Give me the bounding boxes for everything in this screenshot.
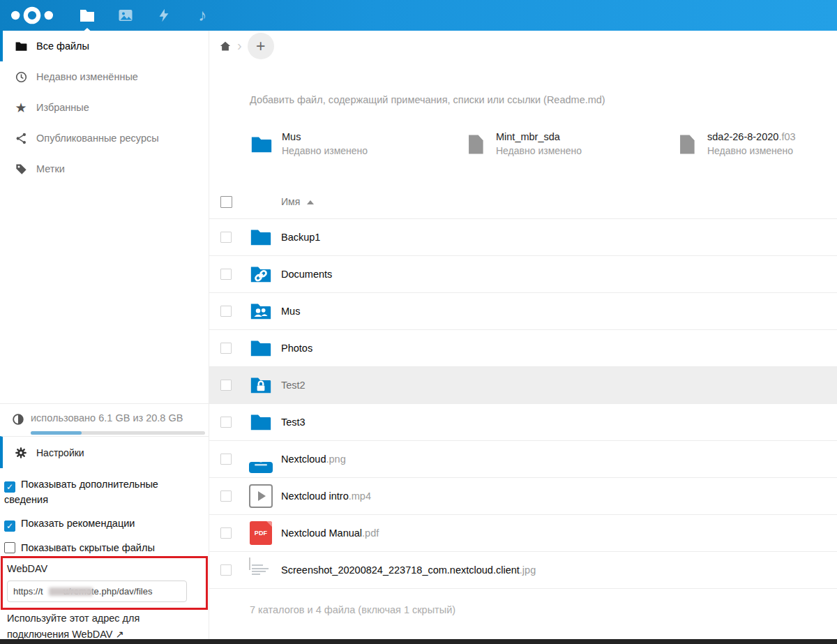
add-new-button[interactable]: + [248,33,274,59]
sidebar-item-folder[interactable]: Все файлы [0,31,209,61]
star-icon: ★ [14,100,28,114]
checkbox[interactable]: ✓ [4,521,15,532]
file-rows: Backup1 Documents Mus Photos Test2 Test3… [209,219,837,589]
sidebar-item-tag[interactable]: Метки [0,153,209,184]
row-checkbox[interactable] [220,306,232,317]
file-icon[interactable] [464,133,488,157]
share-icon [14,131,28,145]
app-music-button[interactable]: ♪ [193,6,211,24]
photos-icon [117,7,134,24]
recommendations: Mus Недавно изменено Mint_mbr_sda Недавн… [209,130,837,166]
row-checkbox[interactable] [220,232,232,243]
folder-icon[interactable] [249,410,273,434]
webdav-section: WebDAV Используйте этот адрес для подклю… [0,557,204,643]
file-icon[interactable] [675,133,700,157]
screenshot-icon[interactable] [249,558,273,582]
table-row[interactable]: Screenshot_20200824_223718_com.nextcloud… [209,552,837,589]
row-checkbox[interactable] [220,417,232,428]
sort-by-name[interactable]: Имя [281,196,314,207]
row-checkbox[interactable] [220,527,232,539]
table-row[interactable]: Nextcloud intro.mp4 [209,478,837,515]
app-files-button[interactable] [78,6,96,24]
file-count-summary: 7 каталогов и 4 файла (включая 1 скрытый… [209,589,837,615]
sidebar-item-clock[interactable]: Недавно изменённые [0,61,209,92]
checkbox[interactable] [4,542,15,553]
row-checkbox[interactable] [220,564,232,576]
card-status: Недавно изменено [707,144,796,158]
storage-usage-label: использовано 6.1 GB из 20.8 GB [31,412,183,424]
card-status: Недавно изменено [496,144,582,158]
sidebar-item-star[interactable]: ★ Избранные [0,92,209,123]
storage-progressbar [31,431,205,435]
table-row[interactable]: Nextcloud.png [209,441,837,478]
activity-icon [156,8,172,23]
app-photos-button[interactable] [116,6,135,24]
image-nextcloud-icon[interactable] [249,447,273,471]
folder-shared-icon[interactable] [249,299,273,323]
settings-checkbox-option[interactable]: ✓Показывать дополнительные сведения [4,477,198,507]
nextcloud-logo-icon[interactable] [9,5,55,26]
row-checkbox[interactable] [220,380,232,391]
sidebar: Все файлы Недавно изменённые ★ Избранные… [0,31,209,639]
card-status: Недавно изменено [282,144,368,158]
settings-toggle[interactable]: Настройки [0,436,209,468]
table-header: Имя [209,185,837,219]
checkbox[interactable]: ✓ [4,481,15,493]
recommendation-card[interactable]: sda2-26-8-2020.f03 Недавно изменено [675,130,796,158]
webdav-hint-link[interactable]: Используйте этот адрес для подключения W… [7,611,167,643]
row-checkbox[interactable] [220,491,232,502]
chevron-right-icon: › [237,38,242,54]
music-icon: ♪ [198,7,206,24]
table-row[interactable]: Documents [209,256,837,293]
settings-label: Настройки [36,447,84,458]
table-row[interactable]: Mus [209,293,837,330]
sidebar-item-share[interactable]: Опубликованные ресурсы [0,123,209,153]
quota-pie-icon [11,412,25,426]
table-row[interactable]: Test2 [209,367,837,404]
settings-checkbox-option[interactable]: ✓Показать рекомендации [4,516,198,532]
folder-icon[interactable] [249,225,273,249]
file-list-view: › + Добавить файл, содержащий примечания… [209,31,837,639]
gear-icon [14,446,28,460]
row-checkbox[interactable] [220,454,232,465]
video-icon[interactable] [249,484,273,508]
webdav-url-input[interactable] [7,581,187,602]
folder-icon[interactable] [250,133,274,157]
folder-link-icon[interactable] [249,262,273,286]
sidebar-nav: Все файлы Недавно изменённые ★ Избранные… [0,31,209,184]
sort-ascending-icon [307,200,314,204]
breadcrumb: › + [209,31,837,61]
folder-lock-icon[interactable] [249,373,273,397]
row-checkbox[interactable] [220,269,232,280]
table-row[interactable]: Backup1 [209,219,837,256]
tag-icon [14,162,28,176]
settings-options: ✓Показывать дополнительные сведения ✓Пок… [0,474,204,564]
table-row[interactable]: PDF Nextcloud Manual.pdf [209,515,837,552]
pdf-icon[interactable]: PDF [249,521,273,545]
table-row[interactable]: Test3 [209,404,837,441]
row-checkbox[interactable] [220,343,232,354]
recommendation-card[interactable]: Mus Недавно изменено [250,130,368,158]
folder-icon [14,39,28,53]
readme-hint: Добавить файл, содержащий примечания, сп… [250,94,837,105]
bottom-edge-bar [0,639,837,644]
table-row[interactable]: Photos [209,330,837,367]
clock-icon [14,70,28,84]
folder-icon[interactable] [249,336,273,360]
home-icon[interactable] [219,40,232,52]
select-all-checkbox[interactable] [220,196,232,208]
webdav-label: WebDAV [7,563,198,574]
files-icon [79,7,96,24]
app-activity-button[interactable] [155,6,173,24]
recommendation-card[interactable]: Mint_mbr_sda Недавно изменено [464,130,582,158]
top-bar: ♪ [0,0,837,31]
settings-checkbox-option[interactable]: Показывать скрытые файлы [4,541,198,555]
